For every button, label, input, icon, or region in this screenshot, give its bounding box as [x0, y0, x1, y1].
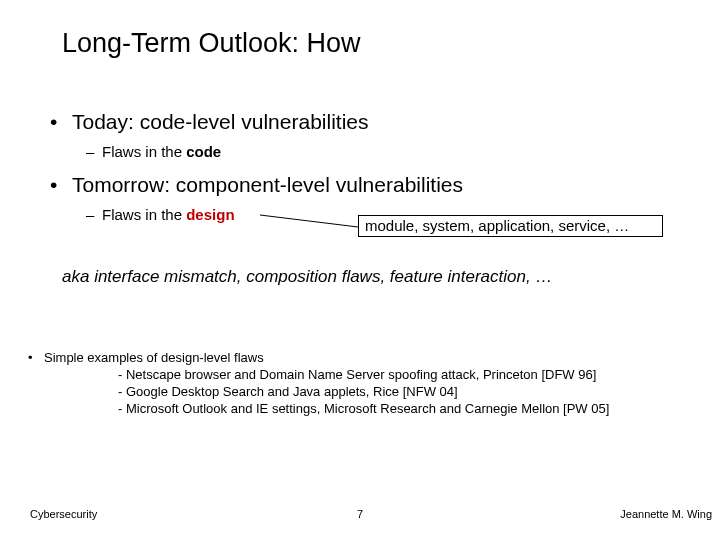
svg-line-0 — [260, 215, 358, 227]
bullet-2-sub-strong: design — [186, 206, 234, 223]
bullet-1-text: Today: code-level vulnerabilities — [72, 110, 369, 134]
bullet-1-sub: Flaws in the code — [102, 143, 221, 160]
example-line-3: - Microsoft Outlook and IE settings, Mic… — [118, 401, 609, 416]
slide-title: Long-Term Outlook: How — [62, 28, 361, 59]
subbullet-marker: – — [86, 206, 94, 223]
bullet-2-sub-prefix: Flaws in the — [102, 206, 186, 223]
bullet-2-sub: Flaws in the design — [102, 206, 235, 223]
bullet-2-text: Tomorrow: component-level vulnerabilitie… — [72, 173, 463, 197]
example-line-1: - Netscape browser and Domain Name Serve… — [118, 367, 596, 382]
bullet-marker: • — [50, 173, 57, 197]
subbullet-marker: – — [86, 143, 94, 160]
bullet-1-sub-prefix: Flaws in the — [102, 143, 186, 160]
examples-heading: Simple examples of design-level flaws — [44, 350, 264, 365]
callout-box: module, system, application, service, … — [358, 215, 663, 237]
aka-text: aka interface mismatch, composition flaw… — [62, 267, 552, 287]
bullet-1-sub-strong: code — [186, 143, 221, 160]
example-line-2: - Google Desktop Search and Java applets… — [118, 384, 458, 399]
connector-line-icon — [260, 209, 360, 229]
footer-author: Jeannette M. Wing — [620, 508, 712, 520]
bullet-marker: • — [50, 110, 57, 134]
footer-page-number: 7 — [0, 508, 720, 520]
bullet-marker: • — [28, 350, 33, 365]
slide: Long-Term Outlook: How • Today: code-lev… — [0, 0, 720, 540]
